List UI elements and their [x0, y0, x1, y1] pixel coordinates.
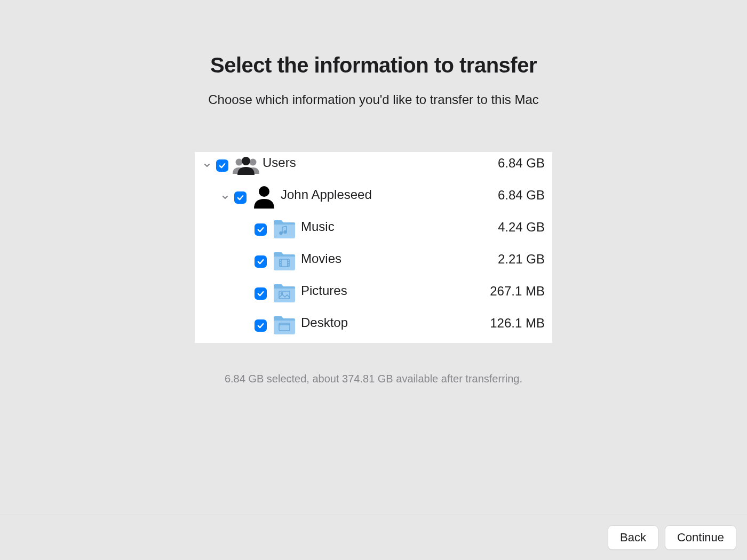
tree-size-desktop: 126.1 MB — [475, 312, 545, 331]
checkbox-pictures[interactable] — [255, 287, 267, 300]
tree-size-music: 4.24 GB — [475, 216, 545, 235]
tree-row-pictures[interactable]: Pictures 267.1 MB — [195, 280, 552, 312]
tree-size-movies: 2.21 GB — [475, 248, 545, 267]
users-group-icon — [233, 152, 259, 179]
page-title: Select the information to transfer — [210, 53, 537, 77]
tree-row-john[interactable]: John Appleseed 6.84 GB — [195, 184, 552, 216]
checkbox-john[interactable] — [234, 191, 247, 204]
checkbox-users[interactable] — [216, 159, 228, 172]
transfer-list-panel: Users 6.84 GB — [195, 152, 552, 343]
svg-point-1 — [250, 159, 257, 166]
tree-size-users: 6.84 GB — [475, 152, 545, 171]
status-text: 6.84 GB selected, about 374.81 GB availa… — [225, 373, 522, 385]
continue-button[interactable]: Continue — [665, 525, 736, 550]
svg-point-4 — [280, 232, 282, 235]
checkbox-music[interactable] — [255, 223, 267, 236]
tree-size-john: 6.84 GB — [475, 184, 545, 203]
desktop-folder-icon — [271, 312, 298, 339]
footer-bar: Back Continue — [0, 515, 747, 560]
tree-row-movies[interactable]: Movies 2.21 GB — [195, 248, 552, 280]
svg-point-2 — [242, 157, 250, 165]
chevron-down-icon[interactable] — [220, 193, 230, 202]
user-silhouette-icon — [251, 184, 277, 211]
svg-point-5 — [284, 231, 287, 234]
movies-folder-icon — [271, 248, 298, 275]
tree-row-music[interactable]: Music 4.24 GB — [195, 216, 552, 248]
tree-row-desktop[interactable]: Desktop 126.1 MB — [195, 312, 552, 343]
page-subtitle: Choose which information you'd like to t… — [208, 92, 539, 107]
checkbox-desktop[interactable] — [255, 319, 267, 332]
tree-row-users[interactable]: Users 6.84 GB — [195, 152, 552, 184]
svg-point-0 — [236, 159, 243, 166]
checkbox-movies[interactable] — [255, 255, 267, 268]
tree-label-movies: Movies — [301, 248, 341, 266]
svg-point-3 — [259, 186, 269, 197]
tree-size-pictures: 267.1 MB — [475, 280, 545, 299]
pictures-folder-icon — [271, 280, 298, 307]
tree-label-john: John Appleseed — [281, 184, 372, 202]
chevron-down-icon[interactable] — [202, 161, 212, 170]
tree-label-desktop: Desktop — [301, 312, 348, 330]
tree-label-music: Music — [301, 216, 335, 234]
tree-label-users: Users — [263, 152, 296, 170]
music-folder-icon — [271, 216, 298, 243]
back-button[interactable]: Back — [608, 525, 658, 550]
tree-label-pictures: Pictures — [301, 280, 347, 298]
